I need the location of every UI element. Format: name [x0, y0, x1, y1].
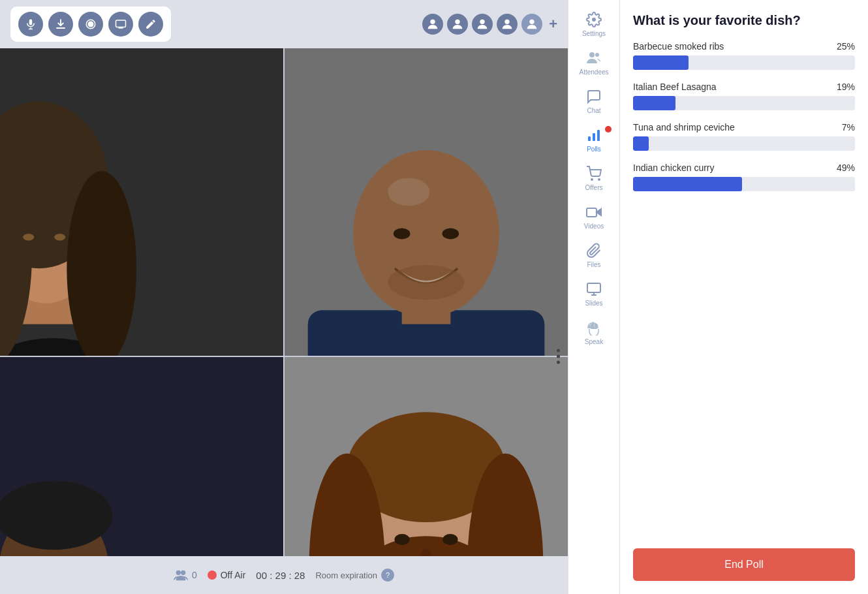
poll-options: Barbecue smoked ribs 25% Italian Beef La… — [633, 41, 855, 203]
edit-icon — [145, 18, 157, 30]
poll-option: Barbecue smoked ribs 25% — [633, 41, 855, 70]
svg-point-11 — [480, 20, 484, 24]
svg-rect-68 — [592, 322, 594, 328]
end-poll-button[interactable]: End Poll — [633, 548, 855, 581]
svg-point-53 — [176, 571, 181, 575]
poll-bar-fill — [633, 55, 689, 70]
video-grid — [0, 46, 568, 594]
poll-option-pct: 7% — [842, 122, 855, 133]
svg-point-10 — [455, 20, 459, 24]
poll-option-pct: 19% — [837, 82, 855, 92]
download-icon — [55, 18, 67, 30]
svg-point-21 — [23, 234, 34, 241]
svg-rect-6 — [116, 20, 126, 27]
help-button[interactable]: ? — [381, 569, 394, 582]
person-icon-3 — [475, 17, 489, 31]
speak-icon — [586, 320, 602, 336]
poll-option-header: Tuna and shrimp ceviche 7% — [633, 122, 855, 133]
polls-badge — [605, 126, 612, 133]
svg-rect-58 — [593, 133, 595, 141]
speak-label: Speak — [585, 338, 603, 345]
svg-point-22 — [54, 234, 65, 241]
svg-point-60 — [591, 179, 593, 180]
poll-option-pct: 25% — [837, 41, 855, 52]
person-icon-5 — [525, 17, 539, 31]
polls-panel: What is your favorite dish? Barbecue smo… — [620, 0, 868, 594]
settings-label: Settings — [582, 30, 606, 37]
avatar-2 — [446, 12, 469, 36]
svg-point-12 — [504, 20, 509, 24]
sidebar-item-slides[interactable]: Slides — [568, 275, 619, 313]
svg-point-31 — [388, 265, 464, 300]
svg-point-29 — [394, 228, 411, 239]
svg-point-4 — [88, 22, 94, 27]
off-air-label: Off Air — [221, 570, 246, 580]
poll-question: What is your favorite dish? — [633, 13, 855, 28]
poll-bar-fill — [633, 177, 742, 191]
sidebar-item-settings[interactable]: Settings — [568, 5, 619, 44]
chat-icon — [586, 89, 602, 104]
dot-1 — [557, 349, 560, 352]
offers-icon — [586, 166, 602, 181]
screen-button[interactable] — [108, 12, 133, 37]
files-icon — [586, 243, 602, 258]
add-attendee-button[interactable]: + — [549, 16, 557, 33]
svg-point-61 — [598, 179, 600, 180]
poll-option-header: Barbecue smoked ribs 25% — [633, 41, 855, 52]
timer: 00 : 29 : 28 — [256, 570, 305, 581]
person-icon-4 — [500, 17, 514, 31]
svg-point-56 — [595, 53, 599, 57]
svg-rect-0 — [29, 20, 33, 25]
poll-option-header: Italian Beef Lasagna 19% — [633, 82, 855, 92]
sidebar-item-speak[interactable]: Speak — [568, 313, 619, 352]
sidebar-item-polls[interactable]: Polls — [568, 121, 619, 159]
svg-rect-57 — [588, 136, 591, 141]
download-button[interactable] — [48, 12, 73, 37]
people-count: 0 — [174, 569, 197, 581]
control-buttons — [10, 7, 171, 42]
video-area: + — [0, 0, 568, 594]
sidebar-item-files[interactable]: Files — [568, 236, 619, 275]
videos-icon — [586, 204, 602, 220]
avatar-4 — [495, 12, 519, 36]
poll-bar-bg — [633, 177, 855, 191]
mic-icon — [25, 18, 37, 30]
svg-point-55 — [589, 52, 595, 57]
sidebar-item-chat[interactable]: Chat — [568, 82, 619, 121]
three-dots-menu[interactable] — [557, 349, 560, 364]
person-art-tr — [285, 46, 568, 356]
svg-point-9 — [430, 20, 435, 24]
svg-marker-63 — [597, 209, 601, 215]
attendee-count: 0 — [192, 570, 197, 580]
poll-option-label: Barbecue smoked ribs — [633, 41, 724, 52]
poll-option-label: Tuna and shrimp ceviche — [633, 122, 735, 133]
video-cell-top-right — [285, 46, 568, 356]
record-button[interactable] — [78, 12, 103, 37]
svg-rect-71 — [591, 324, 593, 328]
dot-2 — [557, 354, 560, 358]
avatar-1 — [421, 12, 444, 36]
person-icon-2 — [450, 17, 465, 31]
chat-label: Chat — [587, 107, 600, 114]
mic-button[interactable] — [18, 12, 43, 37]
dot-3 — [557, 360, 560, 364]
attendees-label: Attendees — [579, 69, 608, 76]
people-icon — [174, 569, 188, 581]
svg-point-49 — [442, 534, 457, 545]
svg-point-48 — [394, 534, 409, 545]
edit-button[interactable] — [138, 12, 163, 37]
person-icon-1 — [426, 17, 440, 31]
settings-icon — [586, 12, 602, 27]
room-exp-label: Room expiration — [315, 571, 377, 580]
sidebar-item-offers[interactable]: Offers — [568, 159, 619, 198]
off-air-indicator: Off Air — [208, 570, 246, 580]
poll-bar-bg — [633, 96, 855, 110]
sidebar-item-videos[interactable]: Videos — [568, 198, 619, 236]
svg-point-30 — [442, 228, 459, 239]
sidebar-item-attendees[interactable]: Attendees — [568, 44, 619, 82]
sidebar: Settings Attendees Chat Polls — [568, 0, 620, 594]
bottom-info: 0 Off Air 00 : 29 : 28 Room expiration ? — [174, 569, 394, 582]
video-cell-top-left — [0, 46, 283, 356]
polls-label: Polls — [587, 146, 601, 153]
poll-bar-bg — [633, 55, 855, 70]
